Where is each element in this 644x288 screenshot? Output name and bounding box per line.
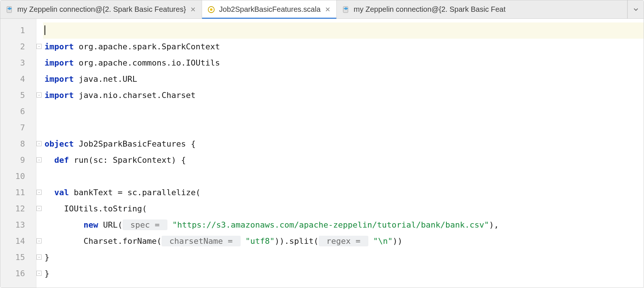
line-number: 8	[0, 136, 36, 152]
editor-tab-zeppelin-2[interactable]: my Zeppelin connection@{2. Spark Basic F…	[337, 0, 627, 18]
fold-toggle-icon[interactable]: -	[36, 238, 42, 243]
tab-label: my Zeppelin connection@{2. Spark Basic F…	[354, 5, 506, 14]
code-line[interactable]: import org.apache.commons.io.IOUtils	[43, 55, 644, 71]
tabs-overflow-button[interactable]	[627, 0, 644, 18]
code-area[interactable]: import org.apache.spark.SparkContext imp…	[43, 19, 644, 288]
text-caret	[45, 25, 45, 35]
fold-toggle-icon[interactable]: -	[36, 92, 42, 98]
line-number: 6	[0, 103, 36, 120]
code-line[interactable]: def run(sc: SparkContext) {	[43, 152, 644, 168]
line-number: 4	[0, 71, 36, 87]
line-number: 9	[0, 152, 36, 168]
code-line[interactable]: import org.apache.spark.SparkContext	[43, 39, 644, 55]
line-number: 7	[0, 120, 36, 136]
close-icon[interactable]: ✕	[190, 6, 197, 14]
line-number: 12	[0, 201, 36, 217]
parameter-hint: spec =	[123, 219, 167, 230]
code-line[interactable]: Charset.forName( charsetName = "utf8")).…	[43, 233, 644, 249]
line-number: 10	[0, 168, 36, 185]
parameter-hint: regex =	[319, 236, 368, 246]
fold-toggle-icon[interactable]: -	[36, 190, 42, 195]
line-number: 5	[0, 87, 36, 103]
code-editor[interactable]: 12345678910111213141516 --------- import…	[0, 19, 644, 288]
close-icon[interactable]: ✕	[324, 6, 331, 14]
svg-point-2	[210, 8, 212, 10]
code-line[interactable]	[43, 103, 644, 120]
line-number: 16	[0, 266, 36, 282]
code-line[interactable]: new URL( spec = "https://s3.amazonaws.co…	[43, 217, 644, 233]
fold-toggle-icon[interactable]: -	[36, 254, 42, 260]
zeppelin-icon	[342, 6, 350, 14]
code-line[interactable]: }	[43, 249, 644, 266]
code-line[interactable]	[43, 22, 644, 39]
code-line[interactable]: object Job2SparkBasicFeatures {	[43, 136, 644, 152]
code-line[interactable]: val bankText = sc.parallelize(	[43, 185, 644, 201]
ide-window: my Zeppelin connection@{2. Spark Basic F…	[0, 0, 644, 288]
line-number: 1	[0, 22, 36, 39]
code-line[interactable]: import java.net.URL	[43, 71, 644, 87]
line-number: 2	[0, 39, 36, 55]
tab-label: my Zeppelin connection@{2. Spark Basic F…	[17, 5, 186, 14]
line-number: 11	[0, 185, 36, 201]
fold-toggle-icon[interactable]: -	[36, 44, 42, 49]
fold-toggle-icon[interactable]: -	[36, 206, 42, 211]
tab-bar: my Zeppelin connection@{2. Spark Basic F…	[0, 0, 644, 19]
fold-toggle-icon[interactable]: -	[36, 141, 42, 146]
line-number: 15	[0, 249, 36, 266]
line-number: 3	[0, 55, 36, 71]
editor-tab-scala-active[interactable]: Job2SparkBasicFeatures.scala ✕	[202, 0, 337, 18]
line-number: 13	[0, 217, 36, 233]
code-line[interactable]: }	[43, 266, 644, 282]
scala-file-icon	[207, 6, 215, 14]
code-line[interactable]: import java.nio.charset.Charset	[43, 87, 644, 103]
code-line[interactable]	[43, 168, 644, 185]
fold-column: ---------	[36, 19, 43, 288]
fold-toggle-icon[interactable]: -	[36, 157, 42, 162]
line-number: 14	[0, 233, 36, 249]
line-number-gutter: 12345678910111213141516	[0, 19, 36, 288]
code-line[interactable]	[43, 120, 644, 136]
zeppelin-icon	[6, 6, 14, 14]
code-line[interactable]: IOUtils.toString(	[43, 201, 644, 217]
tab-label: Job2SparkBasicFeatures.scala	[219, 5, 321, 14]
editor-tab-zeppelin-1[interactable]: my Zeppelin connection@{2. Spark Basic F…	[0, 0, 202, 18]
parameter-hint: charsetName =	[162, 236, 241, 246]
fold-toggle-icon[interactable]: -	[36, 271, 42, 276]
